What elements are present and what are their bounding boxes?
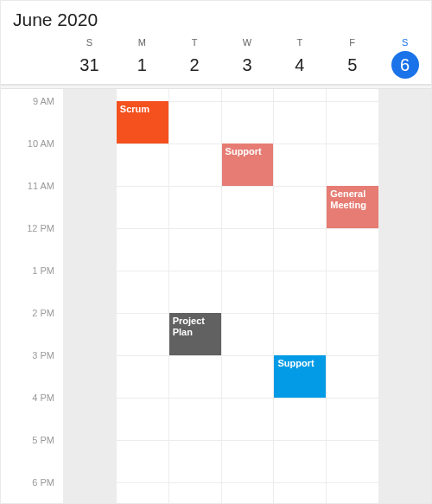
- time-label: 3 PM: [29, 350, 54, 360]
- event-title: Scrum: [120, 104, 149, 114]
- time-label: 6 PM: [29, 477, 54, 488]
- day-column[interactable]: Project Plan: [168, 89, 221, 503]
- time-label: 5 PM: [29, 435, 54, 445]
- day-date-label: 6: [391, 51, 419, 79]
- calendar-header-row: S31M1T2W3T4F5S6: [1, 37, 431, 85]
- calendar-grid[interactable]: 9 AM10 AM11 AM12 PM1 PM2 PM3 PM4 PM5 PM6…: [1, 89, 431, 503]
- time-label: 2 PM: [29, 308, 54, 318]
- day-date-label: 3: [233, 51, 261, 79]
- time-gutter-spacer: [1, 37, 63, 79]
- day-name-label: T: [168, 37, 221, 48]
- day-date-label: 1: [128, 51, 156, 79]
- day-header[interactable]: S6: [378, 37, 431, 79]
- time-label: 11 AM: [24, 181, 54, 191]
- calendar-event[interactable]: General Meeting: [327, 186, 378, 228]
- day-column[interactable]: General Meeting: [326, 89, 378, 503]
- day-column[interactable]: Scrum: [116, 89, 168, 503]
- day-name-label: T: [273, 37, 326, 48]
- day-header[interactable]: M1: [116, 37, 168, 79]
- day-name-label: S: [63, 37, 116, 48]
- calendar-event[interactable]: Scrum: [117, 101, 168, 144]
- calendar-week-view: June 2020 S31M1T2W3T4F5S6 9 AM10 AM11 AM…: [0, 0, 432, 504]
- event-title: Support: [277, 358, 314, 368]
- time-label: 9 AM: [29, 96, 54, 106]
- day-column[interactable]: [378, 89, 431, 503]
- day-date-label: 4: [286, 51, 314, 79]
- time-label: 10 AM: [24, 138, 54, 149]
- day-date-label: 5: [339, 51, 366, 79]
- time-gutter: 9 AM10 AM11 AM12 PM1 PM2 PM3 PM4 PM5 PM6…: [1, 89, 63, 503]
- calendar-event[interactable]: Support: [274, 355, 326, 398]
- day-column[interactable]: Support: [221, 89, 274, 503]
- event-title: General Meeting: [330, 188, 366, 210]
- day-column[interactable]: [63, 89, 116, 503]
- time-label: 12 PM: [23, 223, 54, 233]
- event-title: Project Plan: [173, 316, 205, 337]
- day-name-label: S: [378, 37, 431, 48]
- day-name-label: W: [221, 37, 274, 48]
- calendar-title: June 2020: [1, 1, 431, 37]
- event-title: Support: [226, 146, 262, 156]
- day-columns: ScrumProject PlanSupportSupportGeneral M…: [63, 89, 431, 503]
- day-header[interactable]: T2: [168, 37, 221, 79]
- day-date-label: 2: [181, 51, 208, 79]
- day-header[interactable]: W3: [221, 37, 274, 79]
- day-header[interactable]: T4: [273, 37, 326, 79]
- calendar-event[interactable]: Project Plan: [169, 313, 221, 355]
- day-name-label: M: [116, 37, 168, 48]
- day-header[interactable]: F5: [326, 37, 378, 79]
- time-label: 4 PM: [29, 392, 54, 403]
- day-date-label: 31: [75, 51, 103, 79]
- day-name-label: F: [326, 37, 378, 48]
- day-column[interactable]: Support: [273, 89, 326, 503]
- day-header[interactable]: S31: [63, 37, 116, 79]
- calendar-event[interactable]: Support: [222, 144, 274, 186]
- time-label: 1 PM: [29, 265, 54, 276]
